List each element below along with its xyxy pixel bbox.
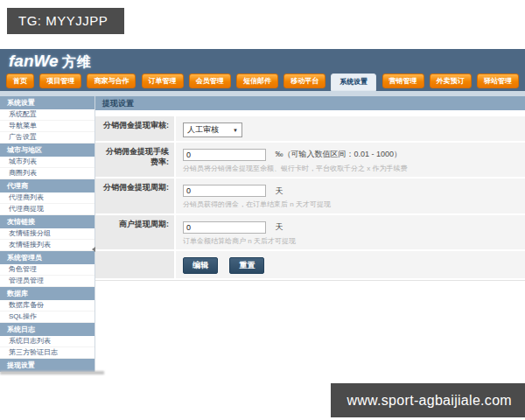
sidebar-item[interactable]: 数据库备份 [0, 300, 94, 312]
nav-tab-5[interactable]: 会员管理 [189, 74, 231, 88]
nav-tab-7[interactable]: 移动平台 [284, 74, 326, 88]
field-control: ‰（可输入数值区间：0.01 - 1000） 分销员将分销佣金提现至余额、银行卡… [176, 143, 525, 177]
nav-tab-2[interactable]: 项目管理 [39, 74, 81, 88]
field-label: 分销佣金提现审核: [95, 116, 174, 141]
top-nav: 首页项目管理商家与合作订单管理会员管理短信邮件移动平台系统设置营销管理外卖预订驿… [0, 74, 525, 91]
sidebar: 系统设置系统配置导航菜单广告设置城市与地区城市列表商圈列表代理商代理商列表代理商… [0, 96, 95, 372]
nav-tab-8[interactable]: 系统设置 [331, 74, 376, 91]
nav-tab-1[interactable]: 首页 [6, 74, 34, 88]
page-body: 系统设置系统配置导航菜单广告设置城市与地区城市列表商圈列表代理商代理商列表代理商… [0, 96, 525, 372]
page-title: 提现设置 [95, 96, 525, 110]
field-help: 分销员将分销佣金提现至余额、银行卡时，平台收取千分之 x 作为手续费 [183, 164, 518, 173]
field-control: 天 订单金额结算给商户 n 天后才可提现 [176, 215, 525, 249]
sidebar-section-header[interactable]: 系统日志 [0, 323, 94, 336]
field-suffix: 天 [275, 222, 283, 231]
form-row-actions: 编辑 重置 [95, 251, 525, 278]
field-suffix: 天 [275, 186, 283, 195]
sidebar-item[interactable]: 广告设置 [0, 132, 94, 144]
logo-latin: fanWe [9, 52, 59, 70]
field-control: 人工审核 ▼ [176, 116, 525, 141]
sidebar-item[interactable]: 友情链接列表 [0, 240, 94, 251]
page-bottom-shadow [0, 371, 104, 374]
main-content: 提现设置 分销佣金提现审核: 人工审核 ▼ 分销佣金提现手续费率: ‰（可输入数… [95, 96, 525, 372]
field-control: 天 分销员获得的佣金，在订单结束后 n 天才可提现 [176, 178, 525, 213]
sidebar-section-header[interactable]: 友情链接 [0, 215, 94, 228]
sidebar-item[interactable]: 第三方验证日志 [0, 347, 94, 359]
audit-mode-select[interactable]: 人工审核 ▼ [183, 122, 242, 137]
edit-button[interactable]: 编辑 [183, 257, 218, 274]
sidebar-section-header[interactable]: 系统设置 [0, 96, 94, 109]
sidebar-item[interactable]: 系统日志列表 [0, 336, 94, 347]
sidebar-item[interactable]: 系统配置 [0, 109, 94, 121]
nav-tab-11[interactable]: 驿站管理 [477, 74, 519, 88]
sidebar-collapse-handle[interactable] [92, 247, 95, 252]
form-row-commission-cycle: 分销佣金提现周期: 天 分销员获得的佣金，在订单结束后 n 天才可提现 [95, 178, 525, 213]
nav-tab-9[interactable]: 营销管理 [382, 74, 424, 88]
logo-cjk: 方维 [62, 54, 92, 69]
field-label: 商户提现周期: [95, 215, 174, 249]
merchant-cycle-input[interactable] [183, 221, 266, 234]
sidebar-item[interactable]: 城市列表 [0, 157, 94, 168]
field-help: 分销员获得的佣金，在订单结束后 n 天才可提现 [183, 200, 518, 209]
telegram-badge: TG: MYYJJPP [7, 8, 124, 34]
form-row-audit: 分销佣金提现审核: 人工审核 ▼ [95, 116, 525, 141]
field-help: 订单金额结算给商户 n 天后才可提现 [183, 237, 518, 246]
select-value: 人工审核 [187, 124, 219, 136]
sidebar-section-header[interactable]: 数据库 [0, 287, 94, 300]
commission-cycle-input[interactable] [183, 185, 266, 197]
sidebar-item[interactable]: SQL操作 [0, 312, 94, 323]
nav-tab-4[interactable]: 订单管理 [142, 74, 184, 88]
sidebar-section-header[interactable]: 系统管理员 [0, 251, 94, 264]
sidebar-item[interactable]: 导航菜单 [0, 121, 94, 132]
reset-button[interactable]: 重置 [229, 257, 264, 274]
form-row-fee-rate: 分销佣金提现手续费率: ‰（可输入数值区间：0.01 - 1000） 分销员将分… [95, 143, 525, 177]
nav-tab-6[interactable]: 短信邮件 [236, 74, 278, 88]
nav-tab-3[interactable]: 商家与合作 [87, 74, 136, 88]
withdraw-settings-form: 分销佣金提现审核: 人工审核 ▼ 分销佣金提现手续费率: ‰（可输入数值区间：0… [95, 116, 525, 281]
sidebar-section-header[interactable]: 提现设置 [0, 359, 94, 372]
watermark-badge: www.sport-agbaijiale.com [331, 383, 525, 417]
site-header: fanWe方维 首页项目管理商家与合作订单管理会员管理短信邮件移动平台系统设置营… [0, 49, 525, 91]
nav-tab-10[interactable]: 外卖预订 [430, 74, 472, 88]
sidebar-item[interactable]: 代理商提现 [0, 204, 94, 215]
sidebar-item[interactable]: 管理员管理 [0, 276, 94, 287]
form-row-merchant-cycle: 商户提现周期: 天 订单金额结算给商户 n 天后才可提现 [95, 215, 525, 249]
field-label: 分销佣金提现周期: [95, 178, 174, 213]
actions: 编辑 重置 [176, 251, 525, 278]
field-suffix: ‰（可输入数值区间：0.01 - 1000） [275, 150, 402, 158]
sidebar-item[interactable]: 商圈列表 [0, 168, 94, 179]
sidebar-section-header[interactable]: 城市与地区 [0, 144, 94, 157]
chevron-down-icon: ▼ [233, 128, 238, 133]
field-label: 分销佣金提现手续费率: [95, 143, 174, 177]
sidebar-section-header[interactable]: 代理商 [0, 179, 94, 192]
fee-rate-input[interactable] [183, 149, 266, 161]
sidebar-item[interactable]: 友情链接分组 [0, 228, 94, 240]
sidebar-item[interactable]: 代理商列表 [0, 192, 94, 204]
sidebar-item[interactable]: 角色管理 [0, 264, 94, 276]
actions-spacer [95, 251, 174, 278]
fanwe-logo: fanWe方维 [9, 52, 92, 72]
